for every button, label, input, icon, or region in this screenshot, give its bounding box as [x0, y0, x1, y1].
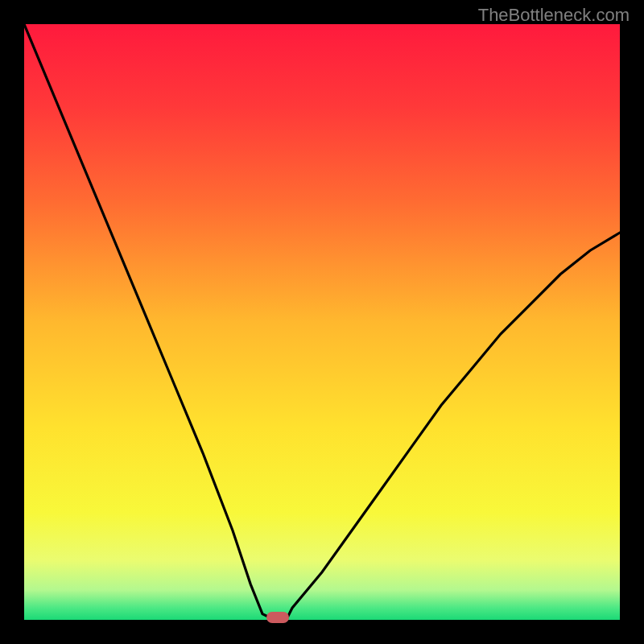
plot-area — [24, 24, 620, 620]
bottleneck-curve — [24, 24, 620, 620]
optimal-marker — [266, 612, 289, 623]
chart-frame: TheBottleneck.com — [0, 0, 644, 644]
watermark-text: TheBottleneck.com — [478, 5, 630, 26]
